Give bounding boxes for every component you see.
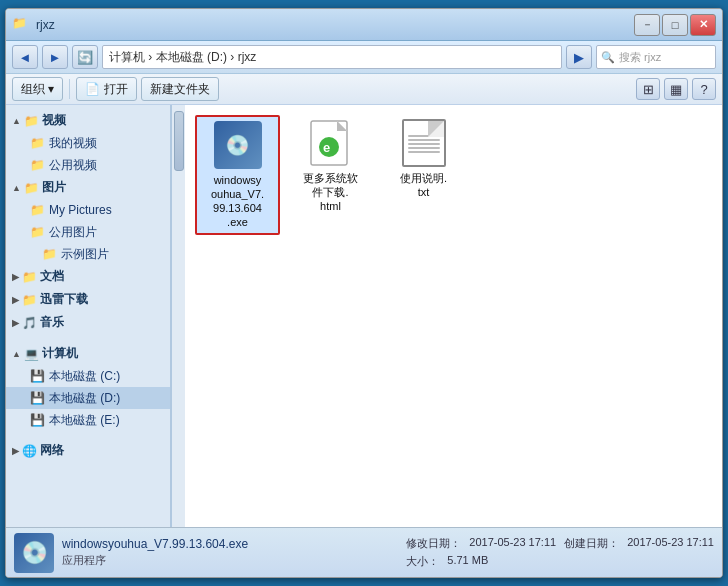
- title-bar: 📁 rjxz － □ ✕: [6, 9, 722, 41]
- sidebar-label-public-pictures: 公用图片: [49, 223, 97, 241]
- sidebar-label-disk-d: 本地磁盘 (D:): [49, 389, 120, 407]
- sidebar-item-disk-e[interactable]: 💾 本地磁盘 (E:): [6, 409, 170, 431]
- toolbar: 组织 ▾ 📄 打开 新建文件夹 ⊞ ▦ ?: [6, 74, 722, 105]
- view-icon-button[interactable]: ⊞: [636, 78, 660, 100]
- toolbar-right: ⊞ ▦ ?: [636, 78, 716, 100]
- sidebar-icon-videos: 📁: [24, 114, 39, 128]
- txt-line-2: [408, 139, 440, 141]
- content-area: windowsyouhua_V7.99.13.604.exe e: [185, 105, 722, 527]
- sidebar-icon-disk-e: 💾: [30, 411, 45, 429]
- help-button[interactable]: ?: [692, 78, 716, 100]
- sidebar-item-sample-pictures[interactable]: 📁 示例图片: [6, 243, 170, 265]
- modify-date-value: 2017-05-23 17:11: [469, 536, 556, 551]
- sidebar-label-computer: 计算机: [42, 345, 78, 362]
- sidebar-label-documents: 文档: [40, 268, 64, 285]
- sidebar-label-my-pictures: My Pictures: [49, 201, 112, 219]
- sidebar-label-videos: 视频: [42, 112, 66, 129]
- sidebar-item-network[interactable]: ▶ 🌐 网络: [6, 439, 170, 462]
- search-box[interactable]: 🔍 搜索 rjxz: [596, 45, 716, 69]
- size-value: 5.71 MB: [447, 554, 488, 569]
- sidebar-item-documents[interactable]: ▶ 📁 文档: [6, 265, 170, 288]
- organize-button[interactable]: 组织 ▾: [12, 77, 63, 101]
- status-meta-row-1: 修改日期： 2017-05-23 17:11 创建日期： 2017-05-23 …: [406, 536, 714, 551]
- go-button[interactable]: ▶: [566, 45, 592, 69]
- expand-icon-network: ▶: [12, 446, 19, 456]
- sidebar-icon-music: 🎵: [22, 316, 37, 330]
- back-button[interactable]: ◄: [12, 45, 38, 69]
- search-icon: 🔍: [601, 51, 615, 64]
- explorer-window: 📁 rjxz － □ ✕ ◄ ► 🔄 计算机 › 本地磁盘 (D:) › rjx…: [5, 8, 723, 578]
- new-folder-button[interactable]: 新建文件夹: [141, 77, 219, 101]
- sidebar-icon-network: 🌐: [22, 444, 37, 458]
- sidebar-icon-disk-c: 💾: [30, 367, 45, 385]
- sidebar-item-pictures[interactable]: ▲ 📁 图片: [6, 176, 170, 199]
- txt-icon: [402, 119, 446, 167]
- status-meta-row-2: 大小： 5.71 MB: [406, 554, 714, 569]
- file-grid: windowsyouhua_V7.99.13.604.exe e: [185, 105, 722, 527]
- sidebar-scrollbar[interactable]: [171, 105, 185, 527]
- breadcrumb[interactable]: 计算机 › 本地磁盘 (D:) › rjxz: [102, 45, 562, 69]
- sidebar-icon-xunlei: 📁: [22, 293, 37, 307]
- file-item-exe[interactable]: windowsyouhua_V7.99.13.604.exe: [195, 115, 280, 235]
- status-bar: 💿 windowsyouhua_V7.99.13.604.exe 应用程序 修改…: [6, 527, 722, 577]
- address-bar: ◄ ► 🔄 计算机 › 本地磁盘 (D:) › rjxz ▶ 🔍 搜索 rjxz: [6, 41, 722, 74]
- expand-icon-xunlei: ▶: [12, 295, 19, 305]
- txt-line-4: [408, 147, 440, 149]
- sidebar-item-videos[interactable]: ▲ 📁 视频: [6, 109, 170, 132]
- create-date-value: 2017-05-23 17:11: [627, 536, 714, 551]
- file-icon-txt: [400, 119, 448, 167]
- main-area: ▲ 📁 视频 📁 我的视频 📁 公用视频 ▲ 📁 图片 📁 My Picture…: [6, 105, 722, 527]
- sidebar: ▲ 📁 视频 📁 我的视频 📁 公用视频 ▲ 📁 图片 📁 My Picture…: [6, 105, 171, 527]
- sidebar-item-my-videos[interactable]: 📁 我的视频: [6, 132, 170, 154]
- sidebar-icon-pictures: 📁: [24, 181, 39, 195]
- open-button[interactable]: 📄 打开: [76, 77, 136, 101]
- expand-icon-music: ▶: [12, 318, 19, 328]
- refresh-button[interactable]: 🔄: [72, 45, 98, 69]
- sidebar-icon-disk-d: 💾: [30, 389, 45, 407]
- window-icon: 📁: [12, 16, 30, 34]
- sidebar-label-sample-pictures: 示例图片: [61, 245, 109, 263]
- maximize-button[interactable]: □: [662, 14, 688, 36]
- sidebar-item-disk-d[interactable]: 💾 本地磁盘 (D:): [6, 387, 170, 409]
- sidebar-icon-documents: 📁: [22, 270, 37, 284]
- sidebar-item-my-pictures[interactable]: 📁 My Pictures: [6, 199, 170, 221]
- sidebar-item-public-pictures[interactable]: 📁 公用图片: [6, 221, 170, 243]
- sidebar-item-computer[interactable]: ▲ 💻 计算机: [6, 342, 170, 365]
- minimize-button[interactable]: －: [634, 14, 660, 36]
- sidebar-label-public-videos: 公用视频: [49, 156, 97, 174]
- sidebar-label-network: 网络: [40, 442, 64, 459]
- forward-button[interactable]: ►: [42, 45, 68, 69]
- pane-icon-button[interactable]: ▦: [664, 78, 688, 100]
- sidebar-item-xunlei[interactable]: ▶ 📁 迅雷下载: [6, 288, 170, 311]
- sidebar-label-music: 音乐: [40, 314, 64, 331]
- title-bar-left: 📁 rjxz: [12, 16, 55, 34]
- sidebar-spacer: [6, 334, 170, 342]
- status-file-name: windowsyouhua_V7.99.13.604.exe: [62, 537, 248, 551]
- file-item-txt[interactable]: 使用说明.txt: [381, 115, 466, 235]
- scrollbar-thumb[interactable]: [174, 111, 184, 171]
- file-icon-exe: [214, 121, 262, 169]
- sidebar-item-disk-c[interactable]: 💾 本地磁盘 (C:): [6, 365, 170, 387]
- html-icon: e: [307, 119, 355, 167]
- txt-line-1: [408, 135, 440, 137]
- svg-text:e: e: [323, 140, 330, 155]
- file-item-html[interactable]: e 更多系统软件下载.html: [288, 115, 373, 235]
- search-placeholder: 搜索 rjxz: [619, 50, 661, 65]
- sidebar-label-pictures: 图片: [42, 179, 66, 196]
- close-button[interactable]: ✕: [690, 14, 716, 36]
- window-title: rjxz: [36, 18, 55, 32]
- sidebar-icon-sample-pictures: 📁: [42, 245, 57, 263]
- sidebar-label-my-videos: 我的视频: [49, 134, 97, 152]
- status-meta: 修改日期： 2017-05-23 17:11 创建日期： 2017-05-23 …: [406, 536, 714, 569]
- expand-icon-pictures: ▲: [12, 183, 21, 193]
- file-label-txt: 使用说明.txt: [400, 171, 447, 199]
- status-info: windowsyouhua_V7.99.13.604.exe 应用程序: [62, 537, 248, 568]
- sidebar-item-public-videos[interactable]: 📁 公用视频: [6, 154, 170, 176]
- sidebar-icon-public-videos: 📁: [30, 156, 45, 174]
- sidebar-label-disk-c: 本地磁盘 (C:): [49, 367, 120, 385]
- txt-lines: [406, 133, 442, 155]
- status-file-icon: 💿: [14, 533, 54, 573]
- txt-line-3: [408, 143, 440, 145]
- sidebar-icon-my-videos: 📁: [30, 134, 45, 152]
- sidebar-item-music[interactable]: ▶ 🎵 音乐: [6, 311, 170, 334]
